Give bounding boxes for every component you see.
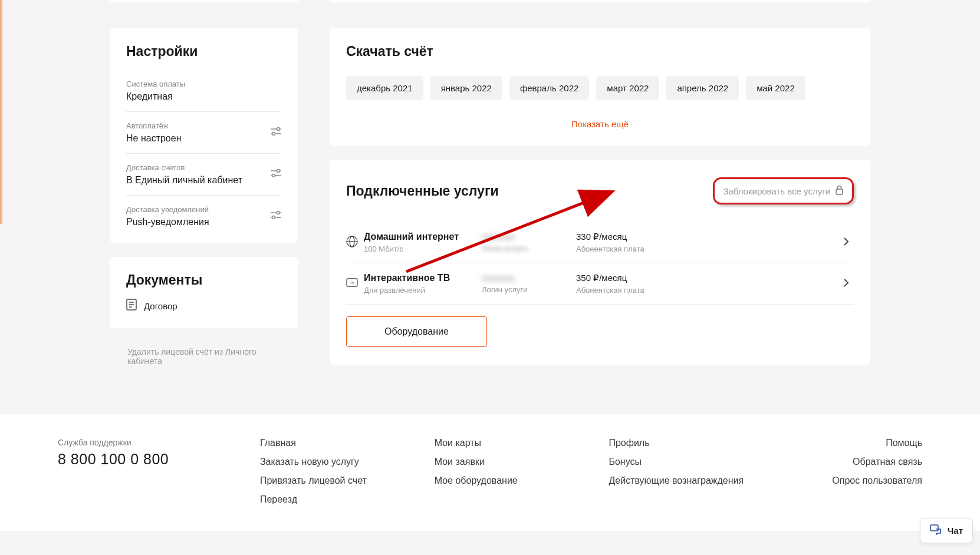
setting-value: Push-уведомления [126, 217, 271, 227]
service-name: Домашний интернет [364, 232, 482, 242]
document-icon [126, 299, 137, 313]
settings-title: Настройки [126, 44, 281, 60]
svg-point-5 [277, 170, 280, 173]
tv-icon: TV [346, 278, 364, 290]
setting-value: Кредитная [126, 91, 281, 102]
setting-label: Автоплатёж [126, 121, 271, 130]
month-chips-row: декабрь 2021 январь 2022 февраль 2022 ма… [346, 76, 854, 100]
footer-link-help[interactable]: Помощь [783, 438, 922, 448]
settings-card: Настройки Система оплаты Кредитная Автоп… [110, 28, 298, 243]
svg-point-9 [277, 212, 280, 214]
document-contract[interactable]: Договор [126, 299, 281, 313]
setting-value: Не настроен [126, 133, 271, 144]
svg-point-11 [272, 216, 275, 219]
chat-widget[interactable]: Чат [920, 518, 973, 543]
equipment-button[interactable]: Оборудование [346, 316, 487, 347]
svg-point-1 [277, 128, 280, 131]
chat-label: Чат [948, 526, 963, 536]
month-chip-dec-2021[interactable]: декабрь 2021 [346, 76, 423, 100]
footer-link-survey[interactable]: Опрос пользователя [783, 475, 922, 486]
service-category: Для развлечений [364, 286, 482, 295]
month-chip-may-2022[interactable]: май 2022 [746, 76, 805, 100]
footer-link-profile[interactable]: Профиль [609, 438, 748, 448]
block-all-label: Заблокировать все услуги [723, 186, 830, 196]
sliders-icon [271, 211, 281, 222]
chevron-right-icon [838, 278, 854, 290]
service-price: 350 ₽/месяц [576, 273, 838, 283]
service-login-label: Логин услуги [482, 244, 576, 253]
footer-link-rewards[interactable]: Действующие вознаграждения [609, 475, 748, 486]
delete-account-link[interactable]: Удалить лицевой счёт из Личного кабинета [110, 342, 298, 371]
footer-link-home[interactable]: Главная [260, 438, 399, 448]
sliders-icon [271, 169, 281, 180]
service-login-value: xxxxxxxx [482, 232, 576, 242]
setting-bill-delivery[interactable]: Доставка счетов В Единый личный кабинет [126, 154, 281, 196]
service-home-internet[interactable]: Домашний интернет 100 Мбит/с xxxxxxxx Ло… [346, 222, 854, 263]
sliders-icon [271, 127, 281, 138]
sidebar: Настройки Система оплаты Кредитная Автоп… [110, 2, 298, 371]
footer-link-cards[interactable]: Мои карты [435, 438, 574, 448]
card-stub [110, 0, 298, 2]
svg-point-7 [272, 174, 275, 177]
service-price: 330 ₽/месяц [576, 232, 838, 242]
service-interactive-tv[interactable]: TV Интерактивное ТВ Для развлечений xxxx… [346, 263, 854, 305]
service-speed: 100 Мбит/с [364, 245, 482, 253]
service-login-value: xxxxxxxx [482, 273, 576, 283]
chevron-right-icon [838, 237, 854, 249]
service-name: Интерактивное ТВ [364, 273, 482, 283]
download-title: Скачать счёт [346, 44, 854, 60]
support-phone[interactable]: 8 800 100 0 800 [58, 451, 225, 468]
footer-link-order-service[interactable]: Заказать новую услугу [260, 457, 399, 467]
svg-rect-16 [836, 189, 843, 194]
service-price-label: Абонентская плата [576, 286, 838, 295]
footer-link-bind-account[interactable]: Привязать лицевой счет [260, 475, 399, 486]
setting-payment-system[interactable]: Система оплаты Кредитная [126, 70, 281, 112]
edge-decoration [0, 0, 4, 224]
service-price-label: Абонентская плата [576, 245, 838, 253]
service-login-label: Логин услуги [482, 285, 576, 294]
chat-icon [930, 524, 942, 537]
document-label: Договор [144, 301, 177, 311]
svg-text:TV: TV [350, 281, 354, 285]
footer-link-feedback[interactable]: Обратная связь [783, 457, 922, 467]
setting-label: Доставка уведомлений [126, 205, 271, 214]
globe-icon [346, 236, 364, 250]
lock-icon [835, 185, 844, 197]
svg-point-3 [272, 133, 275, 136]
month-chip-apr-2022[interactable]: апрель 2022 [666, 76, 739, 100]
block-all-services-button[interactable]: Заблокировать все услуги [713, 177, 854, 204]
setting-notifications[interactable]: Доставка уведомлений Push-уведомления [126, 196, 281, 227]
documents-card: Документы Договор [110, 257, 298, 328]
main-content: Скачать счёт декабрь 2021 январь 2022 фе… [330, 2, 870, 379]
setting-label: Система оплаты [126, 80, 281, 88]
page-container: Настройки Система оплаты Кредитная Автоп… [0, 0, 980, 531]
download-bill-card: Скачать счёт декабрь 2021 январь 2022 фе… [330, 28, 870, 146]
card-stub-right [330, 0, 870, 2]
services-title: Подключенные услуги [346, 183, 499, 199]
month-chip-feb-2022[interactable]: февраль 2022 [509, 76, 589, 100]
show-more-link[interactable]: Показать ещё [346, 114, 854, 134]
footer-link-bonuses[interactable]: Бонусы [609, 457, 748, 467]
documents-title: Документы [126, 272, 281, 288]
footer-link-relocation[interactable]: Переезд [260, 494, 399, 505]
month-chip-mar-2022[interactable]: март 2022 [596, 76, 659, 100]
footer-link-requests[interactable]: Мои заявки [435, 457, 574, 467]
services-card: Подключенные услуги Заблокировать все ус… [330, 160, 870, 365]
support-label: Служба поддержки [58, 438, 225, 447]
footer: Служба поддержки 8 800 100 0 800 Главная… [0, 414, 980, 531]
month-chip-jan-2022[interactable]: январь 2022 [430, 76, 502, 100]
footer-link-equipment[interactable]: Мое оборудование [435, 475, 574, 486]
setting-value: В Единый личный кабинет [126, 175, 271, 186]
setting-label: Доставка счетов [126, 163, 271, 172]
svg-rect-23 [930, 525, 938, 531]
setting-autopay[interactable]: Автоплатёж Не настроен [126, 112, 281, 154]
